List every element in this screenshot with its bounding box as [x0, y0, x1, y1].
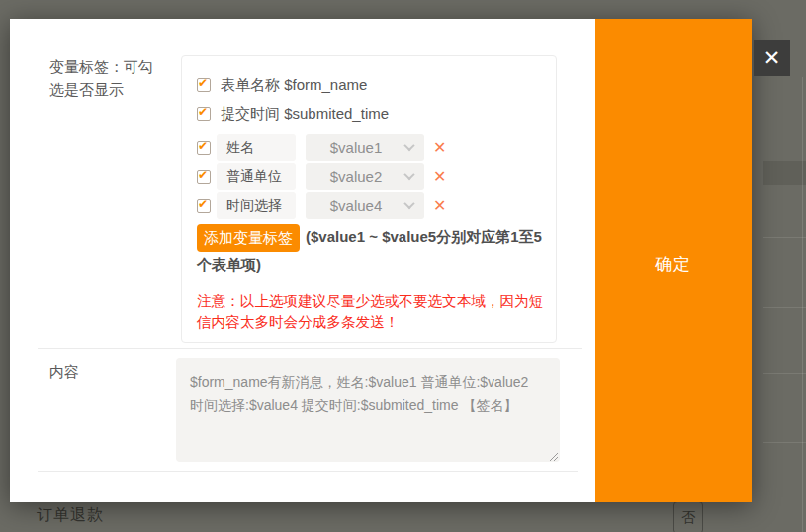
- refund-no-button[interactable]: 否: [673, 501, 703, 532]
- sms-length-warning: 注意：以上选项建议尽量少选或不要选文本域，因为短信内容太多时会分成多条发送！: [197, 290, 544, 333]
- form-name-checkbox[interactable]: ✔: [197, 78, 211, 92]
- refund-row-label: 订单退款: [37, 505, 104, 526]
- chevron-down-icon: [403, 140, 414, 151]
- check-icon: ✔: [198, 168, 208, 182]
- confirm-button[interactable]: 确定: [595, 19, 752, 502]
- section-divider: [38, 471, 578, 472]
- add-variable-tag-button[interactable]: 添加变量标签: [197, 224, 300, 252]
- check-icon: ✔: [198, 139, 208, 153]
- variable-tag-row: ✔ 姓名 $value1 ✕: [197, 134, 544, 161]
- sms-variable-dialog: 变量标签：可勾选是否显示 ✔ 表单名称 $form_name ✔ 提交时间 $s…: [10, 19, 752, 502]
- add-variable-line: 添加变量标签($value1 ~ $value5分别对应第1至5个表单项): [197, 224, 544, 278]
- variable-name-input[interactable]: 时间选择: [217, 192, 296, 219]
- delete-row-icon[interactable]: ✕: [433, 140, 446, 156]
- background-row-divider: [763, 442, 806, 443]
- variable-name-input[interactable]: 普通单位: [217, 163, 296, 190]
- check-icon: ✔: [198, 76, 208, 90]
- section-divider: [38, 348, 582, 349]
- delete-row-icon[interactable]: ✕: [433, 198, 446, 214]
- variable-checkbox[interactable]: ✔: [197, 199, 211, 213]
- check-icon: ✔: [198, 105, 208, 119]
- content-section-label: 内容: [49, 363, 79, 382]
- check-icon: ✔: [198, 197, 208, 211]
- variable-value-select[interactable]: $value4: [306, 192, 424, 219]
- chevron-down-icon: [403, 198, 414, 209]
- confirm-button-label: 确定: [595, 253, 752, 276]
- variable-checkbox[interactable]: ✔: [197, 141, 211, 155]
- background-row-divider: [763, 237, 806, 238]
- background-table-border: [802, 77, 803, 532]
- fixed-variable-row: ✔ 表单名称 $form_name: [197, 77, 544, 93]
- background-row-divider: [763, 373, 806, 374]
- background-row-divider: [763, 307, 806, 308]
- variable-section-label: 变量标签：可勾选是否显示: [49, 55, 162, 101]
- sms-content-textarea[interactable]: $form_name有新消息，姓名:$value1 普通单位:$value2 时…: [176, 358, 560, 462]
- variable-tag-row: ✔ 普通单位 $value2 ✕: [197, 163, 544, 190]
- selected-value: $value2: [330, 168, 383, 185]
- close-icon: ✕: [763, 47, 781, 68]
- submit-time-checkbox[interactable]: ✔: [197, 107, 211, 121]
- variable-value-select[interactable]: $value2: [306, 163, 424, 190]
- fixed-variable-row: ✔ 提交时间 $submited_time: [197, 106, 544, 122]
- selected-value: $value4: [330, 197, 383, 214]
- variable-name-input[interactable]: 姓名: [217, 134, 296, 161]
- close-dialog-button[interactable]: ✕: [754, 40, 790, 76]
- variable-checkbox[interactable]: ✔: [197, 170, 211, 184]
- fixed-variable-label: 提交时间 $submited_time: [221, 105, 389, 124]
- selected-value: $value1: [330, 139, 383, 156]
- delete-row-icon[interactable]: ✕: [433, 169, 446, 185]
- variable-tags-panel: ✔ 表单名称 $form_name ✔ 提交时间 $submited_time …: [181, 55, 557, 343]
- variable-tag-row: ✔ 时间选择 $value4 ✕: [197, 192, 544, 219]
- screen: 订单退款 否 变量标签：可勾选是否显示 ✔ 表单名称 $form_name ✔ …: [0, 0, 806, 532]
- background-table-header: [763, 161, 806, 185]
- variable-value-select[interactable]: $value1: [306, 134, 424, 161]
- fixed-variable-label: 表单名称 $form_name: [221, 76, 367, 95]
- chevron-down-icon: [403, 169, 414, 180]
